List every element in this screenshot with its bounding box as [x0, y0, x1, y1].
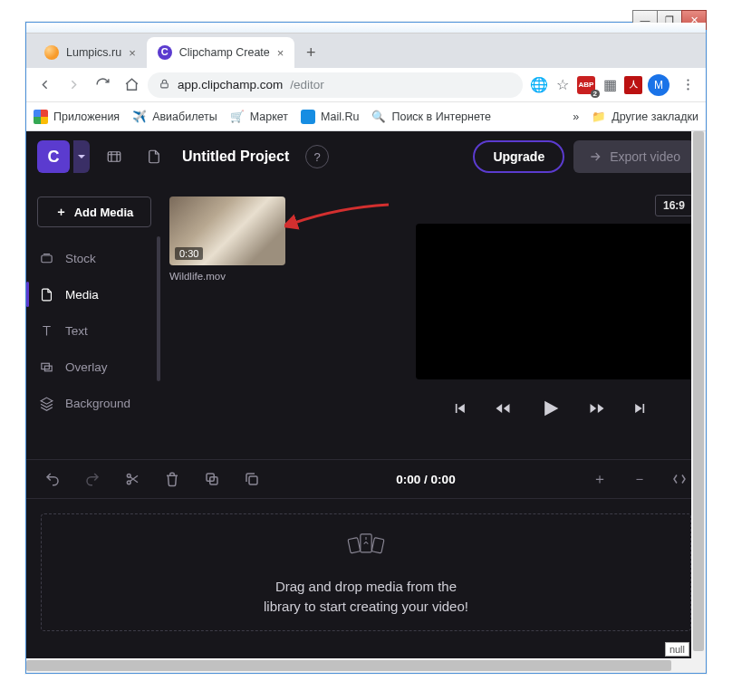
logo-icon[interactable]: C [37, 140, 70, 173]
media-thumbnail[interactable]: 0:30 [169, 197, 285, 265]
ext-icon[interactable]: ▦ [601, 76, 619, 94]
fastforward-button[interactable] [588, 399, 606, 417]
sidebar-item-media[interactable]: Media [26, 276, 162, 312]
star-icon[interactable]: ☆ [554, 76, 572, 94]
text-icon [39, 323, 54, 339]
plus-icon: ＋ [55, 204, 67, 220]
svg-point-9 [127, 481, 130, 484]
sidebar-item-overlay[interactable]: Overlay [26, 349, 162, 385]
media-icon [39, 287, 54, 302]
plane-icon: ✈️ [132, 110, 147, 123]
favicon-icon [158, 45, 172, 60]
sidebar-item-background[interactable]: Background [26, 385, 162, 421]
translate-icon[interactable]: 🌐 [530, 76, 548, 94]
zoom-out-button[interactable]: － [630, 469, 650, 489]
playback-controls [407, 396, 693, 421]
rewind-button[interactable] [494, 399, 512, 417]
lock-icon [159, 78, 170, 92]
bookmark-market[interactable]: 🛒Маркет [230, 110, 288, 123]
tab-close-icon[interactable]: × [277, 46, 284, 60]
menu-button[interactable] [675, 72, 700, 98]
back-button[interactable] [32, 72, 57, 98]
svg-rect-4 [108, 152, 120, 162]
zoom-in-button[interactable]: ＋ [590, 469, 610, 489]
stock-icon [39, 251, 54, 266]
export-button[interactable]: Export video [573, 140, 695, 173]
svg-rect-7 [44, 366, 52, 371]
video-library-icon[interactable] [99, 141, 130, 172]
sidebar-item-label: Text [65, 324, 88, 338]
fit-button[interactable] [669, 469, 689, 489]
video-preview[interactable] [416, 224, 693, 379]
play-button[interactable] [537, 396, 563, 421]
add-media-button[interactable]: ＋ Add Media [37, 197, 151, 227]
svg-point-8 [127, 474, 130, 477]
reload-button[interactable] [90, 72, 115, 98]
skip-end-button[interactable] [631, 399, 650, 417]
help-button[interactable]: ? [305, 145, 329, 168]
browser-window: — ❐ ✕ Lumpics.ru × Clipchamp Create × + … [25, 22, 707, 674]
redo-button[interactable] [82, 469, 102, 489]
tab-lumpics[interactable]: Lumpics.ru × [34, 37, 147, 68]
favicon-icon [44, 45, 59, 60]
titlebar [26, 23, 706, 34]
abp-extension-icon[interactable]: ABP2 [577, 76, 595, 94]
timeline-time: 0:00 / 0:00 [282, 473, 570, 486]
new-tab-button[interactable]: + [298, 40, 323, 65]
svg-point-1 [687, 79, 689, 81]
project-title[interactable]: Untitled Project [182, 149, 289, 165]
sidebar-item-label: Media [65, 288, 99, 302]
delete-button[interactable] [162, 469, 182, 489]
copy-button[interactable] [202, 469, 222, 489]
bookmark-avia[interactable]: ✈️Авиабилеты [132, 110, 217, 123]
dropzone-text: Drag and drop media from the library to … [264, 577, 468, 618]
thumbnail-filename: Wildlife.mov [169, 271, 400, 282]
tab-clipchamp[interactable]: Clipchamp Create × [147, 37, 295, 68]
horizontal-scrollbar[interactable] [26, 658, 691, 673]
sidebar-scrollbar[interactable] [157, 236, 160, 381]
tab-close-icon[interactable]: × [129, 46, 136, 60]
upgrade-button[interactable]: Upgrade [473, 140, 564, 173]
annotation-arrow [284, 200, 393, 240]
logo-dropdown-icon[interactable] [73, 140, 90, 173]
svg-rect-5 [42, 254, 52, 262]
dropzone-icon [342, 528, 390, 568]
overlay-icon [39, 360, 54, 375]
profile-avatar[interactable]: M [648, 74, 669, 96]
bookmark-apps[interactable]: Приложения [34, 110, 120, 124]
apps-icon [34, 110, 48, 124]
bookmark-other[interactable]: 📁Другие закладки [592, 110, 698, 123]
pdf-extension-icon[interactable]: 人 [624, 76, 642, 94]
svg-rect-0 [161, 82, 169, 87]
sidebar-item-stock[interactable]: Stock [26, 240, 162, 276]
sidebar-item-text[interactable]: Text [26, 312, 162, 349]
svg-rect-13 [361, 533, 371, 551]
tab-title: Lumpics.ru [66, 46, 121, 59]
home-button[interactable] [119, 72, 144, 98]
file-icon[interactable] [139, 141, 169, 172]
clipchamp-app: C Untitled Project ? Upgrade Export vide… [26, 131, 706, 673]
app-header: C Untitled Project ? Upgrade Export vide… [26, 131, 706, 182]
null-label: null [665, 642, 689, 657]
preview-column: 16:9 [407, 182, 706, 454]
url-path: /editor [290, 78, 324, 91]
bookmark-mail[interactable]: Mail.Ru [301, 110, 359, 124]
tab-strip: Lumpics.ru × Clipchamp Create × + [26, 34, 706, 68]
sidebar: ＋ Add Media Stock Media Text Overl [26, 182, 162, 454]
address-bar[interactable]: app.clipchamp.com/editor [148, 72, 523, 98]
skip-start-button[interactable] [450, 399, 468, 417]
vertical-scrollbar[interactable] [691, 131, 706, 673]
svg-rect-12 [249, 476, 257, 484]
layers-icon [39, 396, 54, 411]
bookmark-overflow[interactable]: » [573, 110, 579, 123]
bookmark-search[interactable]: 🔍Поиск в Интернете [371, 110, 491, 123]
aspect-ratio-button[interactable]: 16:9 [655, 195, 693, 216]
split-button[interactable] [122, 469, 142, 489]
timeline-dropzone[interactable]: Drag and drop media from the library to … [41, 513, 691, 631]
forward-button[interactable] [61, 72, 86, 98]
undo-button[interactable] [43, 469, 63, 489]
mail-icon [301, 110, 315, 124]
duplicate-button[interactable] [242, 469, 262, 489]
sidebar-item-label: Stock [65, 252, 96, 265]
svg-rect-14 [348, 537, 361, 552]
